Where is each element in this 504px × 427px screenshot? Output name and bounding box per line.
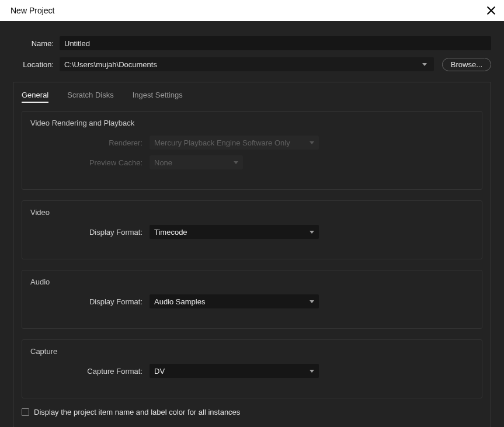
- audio-group: Audio Display Format: Audio Samples: [22, 270, 482, 329]
- location-dropdown[interactable]: C:\Users\mujah\Documents: [60, 57, 434, 71]
- audio-format-dropdown[interactable]: Audio Samples: [150, 294, 319, 308]
- renderer-label: Renderer:: [30, 138, 150, 147]
- name-row: Name:: [13, 36, 491, 50]
- tab-panel: General Scratch Disks Ingest Settings Vi…: [13, 82, 491, 427]
- audio-format-value: Audio Samples: [154, 297, 205, 306]
- video-rendering-title: Video Rendering and Playback: [30, 119, 474, 127]
- tab-general[interactable]: General: [22, 88, 48, 103]
- location-label: Location:: [13, 60, 60, 69]
- display-names-row: Display the project item name and label …: [22, 408, 482, 416]
- capture-title: Capture: [30, 347, 474, 356]
- preview-cache-label: Preview Cache:: [30, 158, 150, 167]
- video-format-label: Display Format:: [30, 228, 150, 237]
- location-row: Location: C:\Users\mujah\Documents Brows…: [13, 57, 491, 71]
- display-names-label[interactable]: Display the project item name and label …: [34, 408, 240, 416]
- location-value: C:\Users\mujah\Documents: [64, 60, 157, 69]
- audio-format-row: Display Format: Audio Samples: [30, 294, 474, 308]
- video-format-dropdown[interactable]: Timecode: [150, 225, 319, 239]
- chevron-down-icon: [310, 370, 314, 373]
- tab-ingest-settings[interactable]: Ingest Settings: [133, 88, 183, 103]
- preview-cache-value: None: [154, 158, 172, 167]
- titlebar: New Project: [0, 0, 504, 21]
- name-label: Name:: [13, 39, 60, 48]
- dialog-body: Name: Location: C:\Users\mujah\Documents…: [0, 21, 504, 427]
- chevron-down-icon: [310, 300, 314, 303]
- tab-scratch-disks[interactable]: Scratch Disks: [67, 88, 113, 103]
- dialog-title: New Project: [11, 6, 54, 15]
- audio-title: Audio: [30, 277, 474, 286]
- renderer-value: Mercury Playback Engine Software Only: [154, 138, 290, 147]
- tab-strip: General Scratch Disks Ingest Settings: [22, 88, 482, 103]
- chevron-down-icon: [310, 231, 314, 234]
- name-input[interactable]: [60, 36, 491, 50]
- preview-cache-row: Preview Cache: None: [30, 155, 474, 169]
- audio-format-label: Display Format:: [30, 297, 150, 306]
- capture-format-dropdown[interactable]: DV: [150, 364, 319, 378]
- video-title: Video: [30, 208, 474, 217]
- renderer-dropdown: Mercury Playback Engine Software Only: [150, 136, 319, 150]
- video-rendering-group: Video Rendering and Playback Renderer: M…: [22, 111, 482, 190]
- chevron-down-icon: [234, 161, 238, 164]
- capture-format-label: Capture Format:: [30, 367, 150, 376]
- capture-format-value: DV: [154, 367, 165, 376]
- video-group: Video Display Format: Timecode: [22, 200, 482, 259]
- capture-format-row: Capture Format: DV: [30, 364, 474, 378]
- video-format-row: Display Format: Timecode: [30, 225, 474, 239]
- capture-group: Capture Capture Format: DV: [22, 339, 482, 398]
- preview-cache-dropdown: None: [150, 155, 243, 169]
- browse-button[interactable]: Browse...: [442, 58, 491, 71]
- display-names-checkbox[interactable]: [22, 408, 29, 416]
- chevron-down-icon: [422, 63, 427, 66]
- renderer-row: Renderer: Mercury Playback Engine Softwa…: [30, 136, 474, 150]
- chevron-down-icon: [310, 141, 314, 144]
- video-format-value: Timecode: [154, 228, 187, 237]
- close-icon[interactable]: [486, 6, 496, 15]
